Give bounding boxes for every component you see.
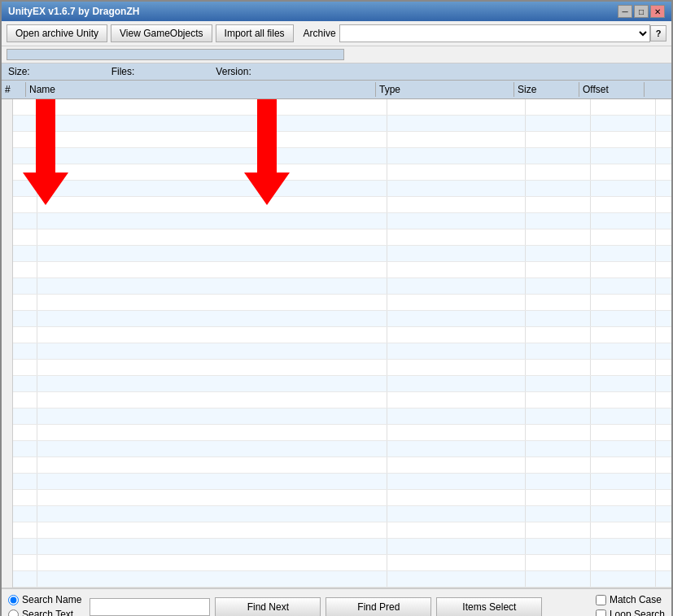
search-text-radio-label[interactable]: Search Text bbox=[8, 609, 81, 616]
help-button[interactable]: ? bbox=[650, 25, 666, 42]
minimize-button[interactable]: ─ bbox=[618, 5, 632, 18]
table-row bbox=[13, 539, 671, 555]
main-window: UnityEX v1.6.7 by DragonZH ─ □ ✕ Open ar… bbox=[0, 0, 673, 616]
title-bar: UnityEX v1.6.7 by DragonZH ─ □ ✕ bbox=[2, 2, 671, 21]
bottom-bar: Search Name Search Text Find Next Find P… bbox=[2, 588, 671, 616]
progress-bar bbox=[7, 49, 344, 60]
find-pred-button[interactable]: Find Pred bbox=[326, 597, 431, 616]
window-title: UnityEX v1.6.7 by DragonZH bbox=[8, 6, 139, 17]
search-type-group: Search Name Search Text bbox=[8, 594, 81, 616]
table-row bbox=[13, 376, 671, 392]
table-row bbox=[13, 474, 671, 490]
col-header-size: Size bbox=[514, 82, 579, 97]
table-row bbox=[13, 164, 671, 181]
table-row bbox=[13, 116, 671, 132]
search-input[interactable] bbox=[90, 598, 210, 616]
find-next-button[interactable]: Find Next bbox=[215, 597, 321, 616]
table-row bbox=[13, 408, 671, 425]
match-case-checkbox-label[interactable]: Match Case bbox=[596, 594, 665, 605]
table-row bbox=[13, 457, 671, 474]
maximize-button[interactable]: □ bbox=[634, 5, 649, 18]
table-row bbox=[13, 246, 671, 262]
table-body[interactable] bbox=[13, 99, 671, 588]
col-header-num: # bbox=[2, 82, 26, 97]
left-scrollbar[interactable] bbox=[2, 99, 13, 588]
toolbar: Open archive Unity View GameObjects Impo… bbox=[2, 21, 671, 46]
table-row bbox=[13, 311, 671, 327]
files-info: Files: bbox=[111, 66, 135, 77]
search-name-radio[interactable] bbox=[8, 595, 19, 605]
table-row bbox=[13, 213, 671, 229]
close-button[interactable]: ✕ bbox=[650, 5, 665, 18]
match-case-label: Match Case bbox=[610, 594, 662, 605]
table-row bbox=[13, 148, 671, 164]
search-controls-row: Search Name Search Text Find Next Find P… bbox=[8, 594, 665, 616]
items-select-button[interactable]: Items Select bbox=[436, 597, 542, 616]
table-row bbox=[13, 197, 671, 213]
search-text-label: Search Text bbox=[22, 609, 73, 616]
table-row bbox=[13, 181, 671, 197]
match-case-checkbox[interactable] bbox=[596, 595, 606, 605]
table-row bbox=[13, 99, 671, 116]
search-name-radio-label[interactable]: Search Name bbox=[8, 594, 81, 605]
table-row bbox=[13, 555, 671, 571]
loop-search-checkbox-label[interactable]: Loop Search bbox=[596, 609, 665, 616]
col-header-offset: Offset bbox=[579, 82, 645, 97]
table-row bbox=[13, 229, 671, 246]
import-all-files-button[interactable]: Import all files bbox=[216, 24, 294, 42]
size-info: Size: bbox=[8, 66, 30, 77]
search-name-label: Search Name bbox=[22, 594, 81, 605]
table-row bbox=[13, 343, 671, 360]
version-info: Version: bbox=[216, 66, 251, 77]
view-gameobjects-button[interactable]: View GameObjects bbox=[111, 24, 212, 42]
progress-bar-container bbox=[2, 46, 671, 63]
table-row bbox=[13, 490, 671, 506]
loop-search-label: Loop Search bbox=[610, 609, 665, 616]
table-row bbox=[13, 522, 671, 539]
archive-dropdown[interactable] bbox=[339, 24, 650, 42]
table-row bbox=[13, 441, 671, 457]
info-bar: Size: Files: Version: bbox=[2, 63, 671, 81]
search-options-group: Match Case Loop Search bbox=[596, 594, 665, 616]
table-row bbox=[13, 132, 671, 148]
loop-search-checkbox[interactable] bbox=[596, 609, 606, 617]
title-bar-controls: ─ □ ✕ bbox=[618, 5, 665, 18]
table-row bbox=[13, 392, 671, 408]
table-row bbox=[13, 295, 671, 311]
table-row bbox=[13, 506, 671, 522]
archive-label: Archive bbox=[304, 28, 336, 39]
col-header-name: Name bbox=[26, 82, 376, 97]
main-content-area: # Name Type Size Offset bbox=[2, 81, 671, 588]
archive-section: Archive ? bbox=[304, 24, 666, 42]
table-row bbox=[13, 327, 671, 343]
table-row bbox=[13, 262, 671, 278]
open-archive-button[interactable]: Open archive Unity bbox=[7, 24, 107, 42]
table-row bbox=[13, 571, 671, 588]
table-row bbox=[13, 425, 671, 441]
table-row bbox=[13, 278, 671, 295]
col-header-type: Type bbox=[376, 82, 514, 97]
table-header: # Name Type Size Offset bbox=[2, 81, 671, 99]
table-row bbox=[13, 360, 671, 376]
search-text-radio[interactable] bbox=[8, 609, 19, 617]
